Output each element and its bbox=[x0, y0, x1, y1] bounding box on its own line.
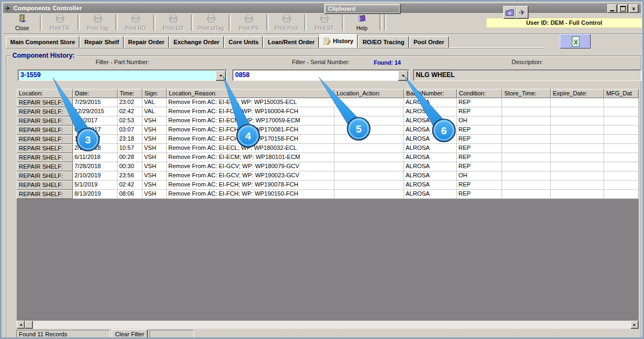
tab-pool-order[interactable]: Pool Order bbox=[409, 36, 449, 48]
table-cell[interactable]: Remove From AC: EI-FCH; WP: WP190150-FCH bbox=[167, 190, 334, 199]
table-cell[interactable]: 02:42 bbox=[118, 107, 142, 116]
serial-number-dropdown-button[interactable]: ▼ bbox=[398, 71, 408, 81]
table-cell[interactable]: ALROSA bbox=[404, 171, 457, 181]
table-cell[interactable]: 2/26/2018 bbox=[73, 144, 118, 153]
clipboard-window-title[interactable]: Clipboard bbox=[326, 5, 399, 12]
table-cell[interactable] bbox=[551, 181, 604, 190]
table-cell[interactable]: Remove From AC: EI-FCH; WP: WP160004-FCH bbox=[167, 107, 334, 116]
table-cell[interactable] bbox=[551, 126, 604, 135]
table-cell[interactable] bbox=[604, 116, 639, 126]
tab-repair-order[interactable]: Repair Order bbox=[124, 36, 169, 48]
table-cell[interactable]: 2/10/2019 bbox=[73, 171, 118, 181]
table-cell[interactable] bbox=[604, 144, 639, 153]
serial-number-value[interactable]: 0858 bbox=[235, 71, 250, 79]
row-location-cell[interactable]: REPAIR SHELF: bbox=[17, 190, 73, 199]
row-location-cell[interactable]: REPAIR SHELF: bbox=[17, 135, 73, 144]
row-location-cell[interactable]: REPAIR SHELF: bbox=[17, 126, 73, 135]
scrollbar-thumb[interactable] bbox=[25, 321, 33, 329]
toolbar-button-help[interactable]: Help bbox=[345, 13, 379, 32]
table-row[interactable]: REPAIR SHELF:7/29/201523:02VALRemove Fro… bbox=[17, 98, 639, 107]
table-cell[interactable]: VSH bbox=[142, 135, 167, 144]
tab-exchange-order[interactable]: Exchange Order bbox=[169, 36, 224, 48]
scroll-left-button[interactable]: ◄ bbox=[17, 321, 25, 329]
table-cell[interactable]: 11/2/2017 bbox=[73, 135, 118, 144]
table-cell[interactable]: REP bbox=[457, 181, 502, 190]
table-cell[interactable] bbox=[502, 116, 551, 126]
table-cell[interactable]: REP bbox=[457, 98, 502, 107]
table-cell[interactable]: Remove From AC: EI-ECM; WP: WP180101-ECM bbox=[167, 153, 334, 162]
table-cell[interactable]: 23:56 bbox=[118, 171, 142, 181]
row-location-cell[interactable]: REPAIR SHELF: bbox=[17, 171, 73, 181]
table-cell[interactable]: 7/29/2015 bbox=[73, 98, 118, 107]
table-cell[interactable] bbox=[502, 162, 551, 171]
table-cell[interactable] bbox=[551, 135, 604, 144]
table-cell[interactable] bbox=[604, 98, 639, 107]
toolbar-button-close[interactable]: Close bbox=[5, 13, 39, 32]
table-cell[interactable] bbox=[551, 153, 604, 162]
table-row[interactable]: REPAIR SHELF:5/1/201902:42VSHRemove From… bbox=[17, 181, 639, 190]
table-cell[interactable]: Remove From AC: EI-GCV; WP: WP180079-GCV bbox=[167, 162, 334, 171]
table-cell[interactable] bbox=[604, 126, 639, 135]
table-cell[interactable] bbox=[334, 171, 404, 181]
table-cell[interactable]: 10:57 bbox=[118, 144, 142, 153]
table-cell[interactable]: ALROSA bbox=[404, 135, 457, 144]
table-cell[interactable] bbox=[502, 126, 551, 135]
row-location-cell[interactable]: REPAIR SHELF: bbox=[17, 98, 73, 107]
store-folder-button[interactable]: s bbox=[503, 6, 516, 19]
table-row[interactable]: REPAIR SHELF:2/10/201923:56VSHRemove Fro… bbox=[17, 171, 639, 181]
table-cell[interactable]: 00:28 bbox=[118, 153, 142, 162]
table-cell[interactable]: VSH bbox=[142, 153, 167, 162]
table-cell[interactable]: ALROSA bbox=[404, 107, 457, 116]
table-row[interactable]: REPAIR SHELF:11/2/201723:18VSHRemove Fro… bbox=[17, 135, 639, 144]
table-cell[interactable] bbox=[604, 162, 639, 171]
table-cell[interactable] bbox=[551, 190, 604, 199]
table-cell[interactable]: ALROSA bbox=[404, 98, 457, 107]
clipboard-floating-window[interactable]: Clipboard bbox=[324, 4, 401, 14]
table-cell[interactable]: ALROSA bbox=[404, 116, 457, 126]
table-row[interactable]: REPAIR SHELF:7/28/201800:30VSHRemove Fro… bbox=[17, 162, 639, 171]
row-location-cell[interactable]: REPAIR SHELF: bbox=[17, 144, 73, 153]
table-cell[interactable]: ALROSA bbox=[404, 162, 457, 171]
table-cell[interactable]: Remove From AC: EI-ECL; WP: WP150035-ECL bbox=[167, 98, 334, 107]
tab-main-component-store[interactable]: Main Component Store bbox=[6, 36, 79, 48]
row-location-cell[interactable]: REPAIR SHELF: bbox=[17, 162, 73, 171]
table-cell[interactable]: 5/1/2019 bbox=[73, 181, 118, 190]
part-number-filter-input[interactable]: 3-1559 ▼ bbox=[18, 70, 227, 81]
table-cell[interactable]: 8/13/2019 bbox=[73, 190, 118, 199]
close-window-button[interactable]: × bbox=[629, 4, 639, 13]
tab-history[interactable]: History bbox=[319, 34, 358, 48]
window-titlebar[interactable]: ✈ Components Controller × bbox=[3, 3, 641, 13]
table-cell[interactable]: ALROSA bbox=[404, 144, 457, 153]
table-cell[interactable] bbox=[551, 171, 604, 181]
table-row[interactable]: REPAIR SHELF:5/6/201702:53VSHRemove From… bbox=[17, 116, 639, 126]
table-cell[interactable]: REP bbox=[457, 135, 502, 144]
table-cell[interactable] bbox=[334, 144, 404, 153]
table-cell[interactable] bbox=[604, 135, 639, 144]
table-cell[interactable] bbox=[502, 190, 551, 199]
table-cell[interactable] bbox=[502, 153, 551, 162]
table-cell[interactable] bbox=[334, 190, 404, 199]
table-cell[interactable] bbox=[604, 153, 639, 162]
export-excel-button[interactable]: X bbox=[560, 34, 591, 49]
table-cell[interactable]: Remove From AC: EI-ECM; WP: WP170059-ECM bbox=[167, 116, 334, 126]
table-row[interactable]: REPAIR SHELF:12/29/201502:42VALRemove Fr… bbox=[17, 107, 639, 116]
table-cell[interactable]: Remove From AC: EI-FCH; WP: WP190078-FCH bbox=[167, 181, 334, 190]
table-cell[interactable]: 6/11/2018 bbox=[73, 153, 118, 162]
table-cell[interactable] bbox=[502, 181, 551, 190]
table-cell[interactable] bbox=[334, 135, 404, 144]
tab-repair-shelf[interactable]: Repair Shelf bbox=[80, 36, 123, 48]
table-cell[interactable]: ALROSA bbox=[404, 190, 457, 199]
table-cell[interactable]: 6/14/2017 bbox=[73, 126, 118, 135]
table-cell[interactable] bbox=[502, 135, 551, 144]
table-row[interactable]: REPAIR SHELF:8/13/201908:06VSHRemove Fro… bbox=[17, 190, 639, 199]
table-cell[interactable]: VSH bbox=[142, 190, 167, 199]
table-cell[interactable]: VAL bbox=[142, 98, 167, 107]
table-cell[interactable]: REP bbox=[457, 107, 502, 116]
table-cell[interactable] bbox=[334, 107, 404, 116]
table-cell[interactable]: VSH bbox=[142, 116, 167, 126]
table-cell[interactable] bbox=[334, 162, 404, 171]
table-cell[interactable] bbox=[551, 116, 604, 126]
table-cell[interactable] bbox=[604, 190, 639, 199]
table-cell[interactable]: Remove From AC: EI-FCH; WP: WP170158-FCH bbox=[167, 135, 334, 144]
table-cell[interactable]: VSH bbox=[142, 126, 167, 135]
